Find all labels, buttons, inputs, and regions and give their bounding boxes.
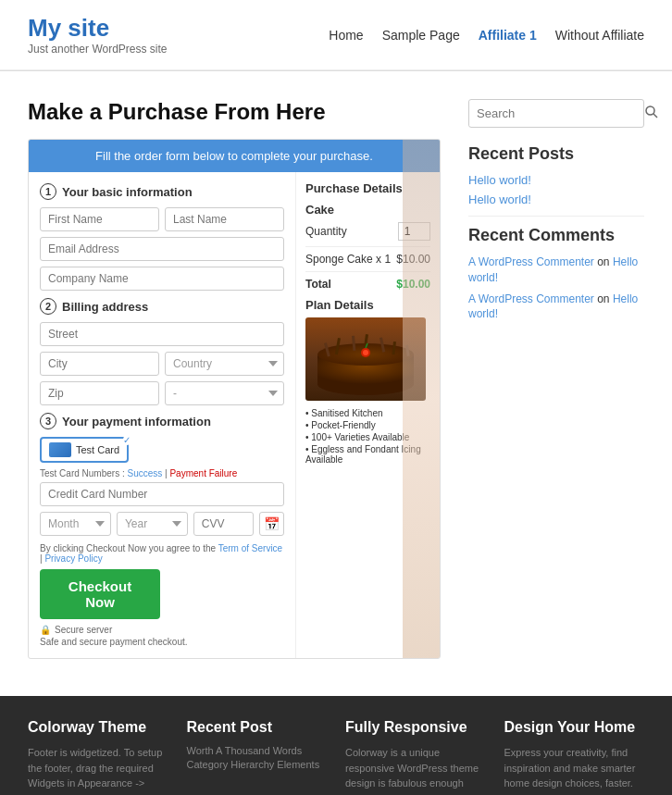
main-nav: Home Sample Page Affiliate 1 Without Aff… [329,28,644,43]
nav-affiliate1[interactable]: Affiliate 1 [479,28,537,43]
privacy-policy-link[interactable]: Privacy Policy [44,553,102,564]
city-input[interactable] [40,352,159,376]
company-row [40,267,284,291]
checkout-body: 1 Your basic information [29,172,440,658]
expiry-row: Month Year 📅 [40,512,284,536]
checkout-header: Fill the order form below to complete yo… [29,140,440,172]
last-name-input[interactable] [165,207,284,231]
footer-col4-text: Express your creativity, find inspiratio… [504,745,645,791]
cake-image [305,317,426,401]
recent-posts-title: Recent Posts [468,144,644,164]
svg-point-11 [363,350,368,355]
search-box [468,99,644,128]
terms-service-link[interactable]: Term of Service [218,543,282,553]
calendar-icon: 📅 [259,512,284,536]
post-link-2[interactable]: Hello world! [468,193,644,206]
street-row [40,322,284,346]
svg-line-14 [653,114,657,118]
section1-title: 1 Your basic information [40,183,284,200]
footer-col-1: Colorway Theme Footer is widgetized. To … [28,719,168,795]
form-section: 1 Your basic information [29,172,296,658]
footer-col1-title: Colorway Theme [28,719,168,736]
comment-1: A WordPress Commenter on Hello world! [468,255,644,286]
section1-num: 1 [40,183,56,200]
purchase-title: Purchase Details [305,181,430,195]
footer-post-link-1[interactable]: Worth A Thousand Words [187,745,328,756]
year-select[interactable]: Year [117,512,188,536]
content-area: Make a Purchase From Here Fill the order… [28,99,441,659]
card-label: Test Card [76,444,119,455]
payment-card[interactable]: Test Card ✓ [40,437,129,463]
feature-1: Sanitised Kitchen [305,408,430,418]
feature-4: Eggless and Fondant Icing Available [305,444,430,465]
card-icon [49,442,71,457]
commenter-1[interactable]: A WordPress Commenter [468,255,594,268]
nav-sample-page[interactable]: Sample Page [382,28,460,43]
site-tagline: Just another WordPress site [28,43,168,56]
card-number-row [40,482,284,506]
section2-title: 2 Billing address [40,298,284,315]
country-select[interactable]: Country [165,352,284,376]
footer-col-2: Recent Post Worth A Thousand Words Categ… [187,719,328,795]
section3-num: 3 [40,413,56,429]
plan-features: Sanitised Kitchen Pocket-Friendly 100+ V… [305,408,430,465]
search-button[interactable] [640,100,664,127]
site-title: My site [28,14,168,43]
street-input[interactable] [40,322,284,346]
commenter-2[interactable]: A WordPress Commenter [468,292,594,305]
post-link-1[interactable]: Hello world! [468,173,644,187]
total-row: Total $10.00 [305,278,430,291]
purchase-section: Purchase Details Cake Quantity Sponge Ca… [296,172,440,658]
footer-col3-text: Colorway is a unique responsive WordPres… [345,745,486,795]
header: My site Just another WordPress site Home… [0,0,672,71]
footer-post-link-2[interactable]: Category Hierarchy Elements [187,759,328,770]
search-input[interactable] [469,101,640,126]
email-row [40,237,284,261]
footer-col-3: Fully Responsive Colorway is a unique re… [345,719,486,795]
feature-2: Pocket-Friendly [305,420,430,430]
sidebar: Recent Posts Hello world! Hello world! R… [468,99,644,659]
terms-text: By clicking Checkout Now you agree to th… [40,543,284,564]
footer-col2-title: Recent Post [187,719,328,736]
section2-num: 2 [40,298,56,315]
section3-title: 3 Your payment information [40,413,284,429]
test-card-label: Test Card Numbers : Success | Payment Fa… [40,468,284,478]
item-row: Sponge Cake x 1 $10.00 [305,253,430,266]
state-select[interactable]: - [165,381,284,405]
cake-svg [305,317,426,401]
feature-3: 100+ Varieties Available [305,432,430,442]
secure-server: 🔒 Secure server [40,625,284,635]
zip-input[interactable] [40,381,159,405]
footer-col3-title: Fully Responsive [345,719,486,736]
recent-comments-title: Recent Comments [468,226,644,245]
plan-title: Plan Details [305,298,430,312]
safe-text: Safe and secure payment checkout. [40,637,284,647]
nav-home[interactable]: Home [329,28,363,43]
checkout-button[interactable]: Checkout Now [40,569,160,619]
footer-col4-title: Design Your Home [504,719,645,736]
quantity-input[interactable] [398,222,430,241]
failure-link[interactable]: Payment Failure [169,468,237,478]
first-name-input[interactable] [40,207,159,231]
page-title: Make a Purchase From Here [28,99,441,125]
comment-2: A WordPress Commenter on Hello world! [468,292,644,323]
svg-point-13 [646,106,654,115]
nav-without-affiliate[interactable]: Without Affiliate [555,28,644,43]
footer: Colorway Theme Footer is widgetized. To … [0,696,672,795]
success-link[interactable]: Success [127,468,162,478]
cvv-input[interactable] [193,512,254,536]
quantity-row: Quantity [305,222,430,241]
card-number-input[interactable] [40,482,284,506]
search-icon [645,106,658,118]
footer-col-4: Design Your Home Express your creativity… [504,719,645,795]
month-select[interactable]: Month [40,512,111,536]
company-input[interactable] [40,267,284,291]
footer-col1-text: Footer is widgetized. To setup the foote… [28,745,168,795]
name-row [40,207,284,231]
checkout-wrapper: Fill the order form below to complete yo… [28,139,441,659]
email-input[interactable] [40,237,284,261]
check-icon: ✓ [123,435,131,445]
lock-icon: 🔒 [40,625,51,635]
city-country-row: Country [40,352,284,376]
main-container: Make a Purchase From Here Fill the order… [0,81,672,677]
